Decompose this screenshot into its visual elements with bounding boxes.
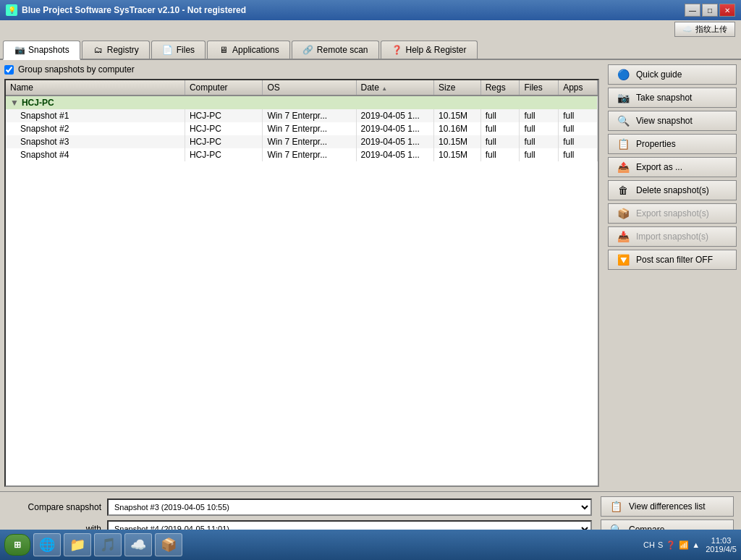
- col-name[interactable]: Name: [6, 80, 185, 96]
- taskbar: ⊞ 🌐 📁 🎵 ☁️ 📦 CH S ❓ 📶 ▲ 11:03 2019/4/5: [0, 530, 741, 544]
- col-regs[interactable]: Regs: [480, 80, 520, 96]
- clock-time: 11:03: [706, 536, 737, 544]
- post-scan-filter-button[interactable]: 🔽 Post scan filter OFF: [608, 250, 737, 270]
- quick-guide-button[interactable]: 🔵 Quick guide: [608, 64, 737, 85]
- window-title: Blue Project Software SysTracer v2.10 - …: [22, 5, 246, 15]
- snapshots-tab-icon: 📷: [14, 44, 25, 56]
- taskbar-left: ⊞ 🌐 📁 🎵 ☁️ 📦: [4, 533, 182, 544]
- taskbar-app-ie[interactable]: 🌐: [33, 533, 61, 544]
- delete-snapshot-button[interactable]: 🗑 Delete snapshot(s): [608, 180, 737, 200]
- import-snapshots-button[interactable]: 📥 Import snapshot(s): [608, 226, 737, 247]
- cell-apps: full: [559, 135, 598, 148]
- cell-regs: full: [480, 135, 520, 148]
- cell-date: 2019-04-05 1...: [356, 109, 434, 122]
- cell-os: Win 7 Enterpr...: [263, 122, 356, 135]
- take-snapshot-button[interactable]: 📷 Take snapshot: [608, 88, 737, 108]
- tab-applications[interactable]: 🖥 Applications: [207, 41, 290, 59]
- cell-date: 2019-04-05 1...: [356, 135, 434, 148]
- cell-name: Snapshot #3: [6, 135, 185, 148]
- col-files[interactable]: Files: [520, 80, 559, 96]
- cell-apps: full: [559, 109, 598, 122]
- col-date[interactable]: Date ▲: [356, 80, 434, 96]
- col-size[interactable]: Size: [434, 80, 481, 96]
- view-differences-icon: 📋: [609, 501, 623, 512]
- sort-arrow: ▲: [381, 85, 387, 92]
- delete-snapshot-icon: 🗑: [616, 184, 630, 196]
- export-as-button[interactable]: 📤 Export as ...: [608, 157, 737, 177]
- cell-os: Win 7 Enterpr...: [263, 135, 356, 148]
- col-os[interactable]: OS: [263, 80, 356, 96]
- col-computer[interactable]: Computer: [185, 80, 263, 96]
- taskbar-app-media[interactable]: 🎵: [94, 533, 122, 544]
- registry-tab-icon: 🗂: [93, 44, 104, 56]
- properties-button[interactable]: 📋 Properties: [608, 134, 737, 154]
- compare-snapshot-select[interactable]: Snapshot #3 (2019-04-05 10:55) Snapshot …: [107, 499, 592, 516]
- cell-computer: HCJ-PC: [185, 122, 263, 135]
- windows-icon: ⊞: [14, 540, 21, 544]
- files-tab-icon: 📄: [162, 44, 174, 56]
- window-controls: — □ ✕: [685, 4, 735, 17]
- cell-regs: full: [480, 148, 520, 161]
- table-row[interactable]: Snapshot #3HCJ-PCWin 7 Enterpr...2019-04…: [6, 135, 598, 148]
- cell-date: 2019-04-05 1...: [356, 148, 434, 161]
- compare-snapshot-row: Compare snapshot Snapshot #3 (2019-04-05…: [7, 499, 592, 516]
- left-panel: Group snapshots by computer Name Compute…: [0, 60, 604, 491]
- post-scan-filter-icon: 🔽: [616, 254, 630, 266]
- group-by-computer-label: Group snapshots by computer: [18, 64, 135, 75]
- tab-registry[interactable]: 🗂 Registry: [82, 41, 150, 59]
- table-row[interactable]: Snapshot #1HCJ-PCWin 7 Enterpr...2019-04…: [6, 109, 598, 122]
- minimize-button[interactable]: —: [685, 4, 700, 17]
- cell-size: 10.16M: [434, 122, 481, 135]
- cell-apps: full: [559, 122, 598, 135]
- cloud-icon: ☁️: [682, 25, 693, 34]
- right-panel: 🔵 Quick guide 📷 Take snapshot 🔍 View sna…: [604, 60, 741, 491]
- cell-name: Snapshot #1: [6, 109, 185, 122]
- cell-files: full: [520, 109, 559, 122]
- taskbar-app-explorer[interactable]: 📁: [64, 533, 91, 544]
- view-snapshot-button[interactable]: 🔍 View snapshot: [608, 111, 737, 131]
- quick-guide-icon: 🔵: [616, 69, 630, 80]
- cell-size: 10.15M: [434, 109, 481, 122]
- view-snapshot-icon: 🔍: [616, 115, 630, 127]
- systray-arrow[interactable]: ▲: [692, 540, 700, 544]
- table-row[interactable]: Snapshot #4HCJ-PCWin 7 Enterpr...2019-04…: [6, 148, 598, 161]
- taskbar-app-cloud[interactable]: ☁️: [124, 533, 152, 544]
- cell-computer: HCJ-PC: [185, 148, 263, 161]
- cell-apps: full: [559, 148, 598, 161]
- col-apps[interactable]: Apps: [559, 80, 598, 96]
- table-group-row[interactable]: ▼HCJ-PC: [6, 96, 598, 109]
- systray-network: 📶: [679, 540, 689, 545]
- cell-computer: HCJ-PC: [185, 109, 263, 122]
- cell-size: 10.15M: [434, 135, 481, 148]
- taskbar-app-systracer[interactable]: 📦: [155, 533, 182, 544]
- systray-ch: CH: [643, 540, 655, 544]
- cloud-bar: ☁️ 指纹上传: [0, 20, 741, 38]
- main-area: Group snapshots by computer Name Compute…: [0, 60, 741, 491]
- cloud-upload-button[interactable]: ☁️ 指纹上传: [674, 22, 735, 37]
- cell-computer: HCJ-PC: [185, 135, 263, 148]
- clock: 11:03 2019/4/5: [706, 536, 737, 544]
- export-snapshots-button[interactable]: 📦 Export snapshot(s): [608, 203, 737, 224]
- title-bar: 💡 Blue Project Software SysTracer v2.10 …: [0, 0, 741, 20]
- tab-help-register[interactable]: ❓ Help & Register: [381, 41, 478, 59]
- snapshot-table-wrapper[interactable]: Name Computer OS Date ▲ Size Regs Files …: [4, 79, 599, 487]
- export-as-icon: 📤: [616, 161, 630, 173]
- maximize-button[interactable]: □: [702, 4, 718, 17]
- tab-bar: 📷 Snapshots 🗂 Registry 📄 Files 🖥 Applica…: [0, 38, 741, 60]
- app-icon: 💡: [6, 4, 17, 16]
- tab-files[interactable]: 📄 Files: [151, 41, 206, 59]
- tab-remote-scan[interactable]: 🔗 Remote scan: [292, 41, 379, 59]
- systray-s: S: [658, 540, 663, 544]
- view-differences-button[interactable]: 📋 View differences list: [601, 496, 734, 517]
- cell-files: full: [520, 122, 559, 135]
- group-by-computer-checkbox[interactable]: [4, 65, 14, 75]
- cell-name: Snapshot #4: [6, 148, 185, 161]
- cell-os: Win 7 Enterpr...: [263, 109, 356, 122]
- systray: CH S ❓ 📶 ▲: [643, 540, 700, 545]
- remote-scan-tab-icon: 🔗: [302, 44, 314, 56]
- cell-name: Snapshot #2: [6, 122, 185, 135]
- table-row[interactable]: Snapshot #2HCJ-PCWin 7 Enterpr...2019-04…: [6, 122, 598, 135]
- close-button[interactable]: ✕: [719, 4, 735, 17]
- tab-snapshots[interactable]: 📷 Snapshots: [3, 41, 80, 60]
- start-button[interactable]: ⊞: [4, 534, 30, 544]
